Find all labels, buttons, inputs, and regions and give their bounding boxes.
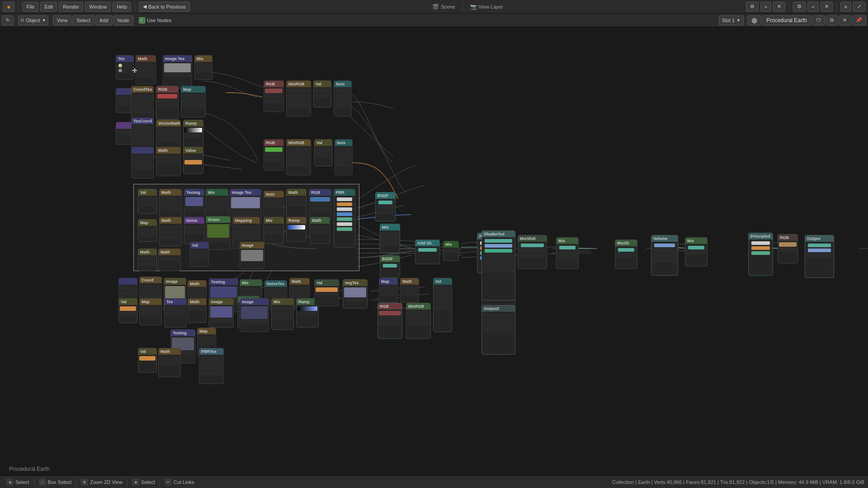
node-26[interactable]: Val bbox=[314, 139, 332, 166]
node-output-1[interactable]: BSDF bbox=[375, 192, 396, 221]
node-s12[interactable]: Noise bbox=[184, 217, 204, 244]
select-menu[interactable]: Select bbox=[72, 15, 94, 25]
node-output-chain-2[interactable]: Mix bbox=[443, 241, 459, 261]
node-r2[interactable]: MixShdr bbox=[518, 235, 547, 269]
material-close-btn[interactable]: ✕ bbox=[839, 15, 851, 25]
node-bm3[interactable]: Image bbox=[240, 298, 269, 332]
node-fr1[interactable]: Principled bbox=[748, 233, 773, 276]
node-21[interactable]: MixRGB bbox=[286, 80, 311, 117]
node-s13[interactable]: Grass bbox=[206, 216, 231, 250]
node-8[interactable]: Map bbox=[181, 86, 206, 117]
add-menu[interactable]: Add bbox=[95, 15, 113, 25]
zoom-tool[interactable]: ⊕ Zoom 2D View bbox=[78, 479, 125, 486]
node-4[interactable]: Mix bbox=[194, 55, 212, 80]
node-1[interactable]: Tex bbox=[116, 55, 134, 80]
edit-menu[interactable]: Edit bbox=[40, 2, 57, 12]
node-7[interactable]: RGB bbox=[156, 86, 179, 120]
editor-type-btn[interactable]: ↻ bbox=[2, 15, 14, 25]
node-fr2[interactable]: RGB bbox=[778, 234, 798, 263]
scene-options-btn[interactable]: ⚙ bbox=[746, 2, 759, 12]
cut-links-tool[interactable]: ✂ Cut Links bbox=[162, 479, 197, 486]
node-ll3[interactable]: Val bbox=[138, 348, 157, 373]
node-bm7[interactable]: ImgTex bbox=[343, 279, 368, 309]
node-s17[interactable]: Math bbox=[310, 217, 330, 244]
node-r6[interactable]: Volume bbox=[651, 235, 678, 276]
node-output-chain-1[interactable]: Add Sh. bbox=[415, 239, 440, 264]
node-s9[interactable]: PBR bbox=[334, 189, 355, 248]
node-r7[interactable]: Mix bbox=[685, 237, 708, 267]
node-menu[interactable]: Node bbox=[113, 15, 133, 25]
material-pin-btn[interactable]: 📌 bbox=[852, 15, 866, 25]
node-br1[interactable]: Map bbox=[379, 278, 398, 303]
node-b11[interactable]: Image bbox=[209, 298, 234, 328]
close-scene-btn[interactable]: ✕ bbox=[773, 2, 785, 12]
node-r4[interactable]: Mix bbox=[556, 237, 579, 269]
node-s19[interactable]: Math bbox=[158, 249, 181, 271]
node-bm6[interactable]: Val bbox=[314, 279, 339, 306]
node-rbr3[interactable]: Vol bbox=[433, 278, 452, 332]
new-scene-btn[interactable]: + bbox=[760, 2, 771, 12]
node-ll4[interactable]: Math bbox=[158, 348, 181, 377]
node-b10[interactable]: Math bbox=[188, 298, 207, 323]
node-13[interactable] bbox=[131, 147, 154, 178]
node-25[interactable]: MixRGB bbox=[286, 139, 311, 175]
use-nodes-checkbox[interactable]: ✓ bbox=[139, 17, 145, 23]
node-s16[interactable]: Ramp bbox=[286, 217, 307, 242]
node-rbr2[interactable]: MixRGB bbox=[406, 303, 431, 339]
node-22[interactable]: Val bbox=[313, 80, 331, 108]
slot-dropdown[interactable]: Slot 1 ▼ bbox=[719, 15, 744, 25]
new-view-layer-btn[interactable]: + bbox=[807, 2, 818, 12]
node-s7[interactable]: Math bbox=[286, 189, 307, 218]
mode-dropdown[interactable]: ⊙ Object ▼ bbox=[18, 15, 48, 25]
node-24[interactable]: RGB bbox=[264, 139, 284, 171]
node-area[interactable]: Tex Math Image Tex Mix bbox=[0, 27, 868, 475]
material-copy-btn[interactable]: ⧉ bbox=[826, 15, 838, 25]
node-s11[interactable]: Math bbox=[159, 217, 182, 246]
node-frl1[interactable]: ShaderOut bbox=[481, 230, 515, 300]
use-nodes-toggle[interactable]: ✓ Use Nodes bbox=[139, 17, 171, 23]
node-r5[interactable]: MixSh bbox=[615, 239, 637, 269]
node-out1[interactable]: Output bbox=[805, 235, 834, 278]
node-2[interactable]: Math bbox=[136, 55, 156, 84]
node-bm4[interactable]: Mix bbox=[271, 298, 294, 330]
box-select-tool[interactable]: □ Box Select bbox=[36, 479, 75, 486]
node-12[interactable]: Ramp bbox=[183, 120, 203, 149]
node-s18[interactable]: Math bbox=[138, 249, 157, 271]
select-tool[interactable]: ◈ Select bbox=[4, 479, 32, 486]
layout-btn[interactable]: ≡ bbox=[840, 2, 851, 12]
node-s2[interactable]: Math bbox=[159, 189, 182, 218]
node-27[interactable]: Nois bbox=[335, 139, 353, 175]
view-layer-options-btn[interactable]: ⚙ bbox=[793, 2, 806, 12]
file-menu[interactable]: File bbox=[22, 2, 38, 12]
node-20[interactable]: RGB bbox=[264, 80, 284, 112]
select-tool-2[interactable]: ◈ Select bbox=[129, 479, 158, 486]
node-output-3[interactable]: BSDF bbox=[380, 255, 400, 278]
node-6[interactable]: CoordTex bbox=[131, 86, 154, 122]
node-14[interactable]: Math bbox=[156, 147, 181, 176]
node-s10[interactable]: Map bbox=[138, 219, 157, 242]
view-menu[interactable]: View bbox=[53, 15, 72, 25]
back-to-previous-btn[interactable]: ◀ Back to Previous bbox=[139, 2, 190, 12]
node-s3[interactable]: TexImg bbox=[184, 189, 204, 218]
node-s20[interactable]: Val bbox=[190, 242, 209, 267]
help-menu[interactable]: Help bbox=[113, 2, 131, 12]
node-3[interactable]: Image Tex bbox=[163, 55, 192, 89]
node-15[interactable]: Value bbox=[183, 147, 203, 174]
node-b9[interactable]: Tex bbox=[164, 298, 187, 328]
node-b7[interactable]: Val bbox=[118, 298, 137, 323]
node-frl2[interactable]: Output2 bbox=[481, 305, 515, 355]
node-output-2[interactable]: Mix bbox=[380, 224, 400, 253]
node-ll5[interactable]: PBRTex bbox=[199, 348, 224, 384]
fullscreen-btn[interactable]: ⤢ bbox=[853, 2, 865, 12]
node-s15[interactable]: Mix bbox=[264, 217, 284, 244]
node-23[interactable]: Nois bbox=[334, 80, 352, 117]
blender-logo-btn[interactable]: ● bbox=[3, 2, 14, 12]
node-s1[interactable]: Val bbox=[138, 189, 157, 214]
node-b8[interactable]: Map bbox=[139, 298, 162, 325]
render-menu[interactable]: Render bbox=[59, 2, 83, 12]
node-s21[interactable]: Image bbox=[240, 242, 264, 269]
node-s6[interactable]: Nois bbox=[264, 191, 284, 218]
node-br2[interactable]: Math bbox=[400, 278, 419, 303]
close-view-layer-btn[interactable]: ✕ bbox=[821, 2, 833, 12]
material-shield-btn[interactable]: 🛡 bbox=[812, 15, 825, 25]
